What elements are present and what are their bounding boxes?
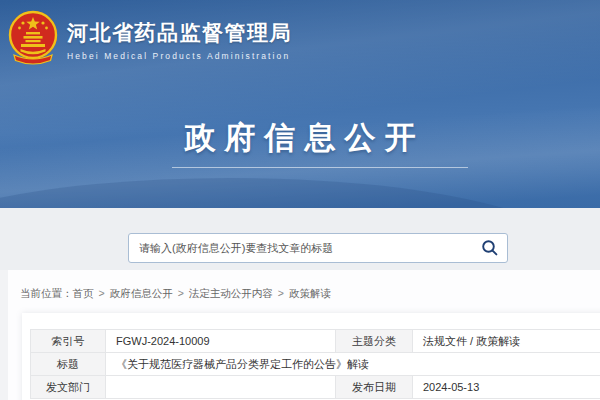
breadcrumb-separator: > (178, 287, 184, 299)
table-row: 索引号 FGWJ-2024-10009 主题分类 法规文件 / 政策解读 (31, 330, 600, 353)
table-row: 标题 《关于规范医疗器械产品分类界定工作的公告》解读 (31, 353, 600, 376)
index-number-label: 索引号 (31, 330, 106, 353)
search-box (128, 233, 508, 263)
banner-title: 政府信息公开 (0, 117, 600, 159)
issuing-department-value (106, 376, 336, 399)
index-number-value: FGWJ-2024-10009 (106, 330, 336, 353)
breadcrumb-separator: > (278, 287, 284, 299)
title-label: 标题 (31, 353, 106, 376)
org-name-block: 河北省药品监督管理局 Hebei Medical Products Admini… (67, 8, 292, 61)
document-info-table: 索引号 FGWJ-2024-10009 主题分类 法规文件 / 政策解读 标题 … (30, 329, 600, 399)
banner-divider-line (172, 167, 468, 168)
subject-category-value: 法规文件 / 政策解读 (413, 330, 600, 353)
table-row: 发文部门 发布日期 2024-05-13 (31, 376, 600, 399)
search-input[interactable] (129, 234, 473, 262)
title-value: 《关于规范医疗器械产品分类界定工作的公告》解读 (106, 353, 600, 376)
org-name-chinese: 河北省药品监督管理局 (67, 19, 292, 47)
issuing-department-label: 发文部门 (31, 376, 106, 399)
breadcrumb-separator: > (99, 287, 105, 299)
subject-category-label: 主题分类 (336, 330, 413, 353)
page-header: 河北省药品监督管理局 Hebei Medical Products Admini… (0, 0, 600, 208)
breadcrumb: 当前位置：首页>政府信息公开>法定主动公开内容>政策解读 (20, 287, 331, 301)
china-national-emblem-icon (7, 8, 59, 66)
site-logo[interactable]: 河北省药品监督管理局 Hebei Medical Products Admini… (7, 8, 292, 66)
breadcrumb-item-statutory-content[interactable]: 法定主动公开内容 (189, 287, 273, 299)
breadcrumb-item-info-disclosure[interactable]: 政府信息公开 (110, 287, 173, 299)
publish-date-value: 2024-05-13 (413, 376, 600, 399)
breadcrumb-item-policy-interpretation[interactable]: 政策解读 (289, 287, 331, 299)
breadcrumb-item-home[interactable]: 首页 (73, 287, 94, 299)
breadcrumb-label: 当前位置： (20, 287, 73, 299)
publish-date-label: 发布日期 (336, 376, 413, 399)
search-button[interactable] (473, 234, 507, 262)
org-name-english: Hebei Medical Products Administration (67, 51, 292, 61)
search-band (0, 208, 600, 270)
search-icon (481, 239, 499, 257)
